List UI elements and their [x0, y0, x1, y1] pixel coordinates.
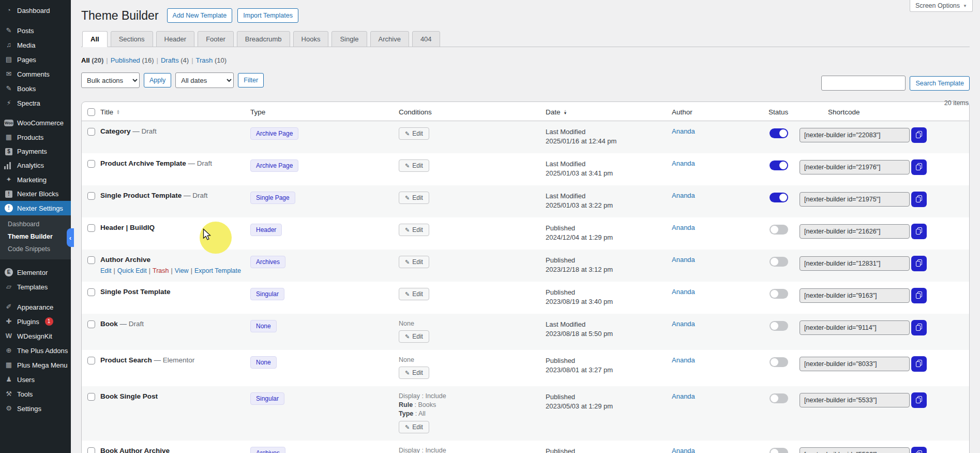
- shortcode-input[interactable]: [800, 256, 910, 271]
- sidebar-item-marketing[interactable]: ✦Marketing: [0, 172, 71, 187]
- shortcode-input[interactable]: [800, 320, 910, 335]
- template-title-link[interactable]: Single Product Template: [100, 192, 182, 199]
- sidebar-item-the-plus-addons[interactable]: ⊕The Plus Addons: [0, 343, 71, 358]
- tab-footer[interactable]: Footer: [198, 31, 234, 47]
- copy-shortcode-button[interactable]: [911, 392, 927, 408]
- select-all-checkbox[interactable]: [87, 108, 95, 116]
- author-link[interactable]: Ananda: [672, 192, 695, 199]
- filter-link-drafts[interactable]: Drafts (4): [161, 56, 189, 64]
- submenu-item-theme-builder[interactable]: Theme Builder: [0, 230, 71, 243]
- edit-conditions-button[interactable]: ✎Edit: [399, 192, 429, 204]
- shortcode-input[interactable]: [800, 192, 910, 207]
- row-action-trash[interactable]: Trash: [153, 267, 169, 274]
- sidebar-item-pages[interactable]: ▤Pages: [0, 52, 71, 67]
- copy-shortcode-button[interactable]: [911, 320, 927, 335]
- row-checkbox[interactable]: [87, 160, 95, 168]
- copy-shortcode-button[interactable]: [911, 356, 927, 372]
- shortcode-input[interactable]: [800, 447, 910, 453]
- tab-hooks[interactable]: Hooks: [293, 31, 329, 47]
- row-checkbox[interactable]: [87, 447, 95, 453]
- status-toggle[interactable]: [770, 393, 788, 403]
- template-title-link[interactable]: Author Archive: [100, 256, 150, 264]
- row-checkbox[interactable]: [87, 357, 95, 364]
- author-link[interactable]: Ananda: [672, 392, 695, 400]
- sidebar-item-posts[interactable]: ✎Posts: [0, 23, 71, 38]
- copy-shortcode-button[interactable]: [911, 159, 927, 175]
- edit-conditions-button[interactable]: ✎Edit: [399, 127, 429, 140]
- sidebar-item-books[interactable]: ✎Books: [0, 81, 71, 96]
- sidebar-item-spectra[interactable]: ⚡Spectra: [0, 96, 71, 110]
- row-checkbox[interactable]: [87, 320, 95, 328]
- template-title-link[interactable]: Book Single Post: [100, 392, 158, 400]
- column-header-title[interactable]: Title▲▼: [100, 108, 250, 116]
- sidebar-item-plugins[interactable]: ✚Plugins1: [0, 314, 71, 329]
- copy-shortcode-button[interactable]: [911, 288, 927, 303]
- shortcode-input[interactable]: [800, 393, 910, 407]
- edit-conditions-button[interactable]: ✎Edit: [399, 421, 429, 433]
- shortcode-input[interactable]: [800, 128, 910, 142]
- status-toggle[interactable]: [770, 257, 788, 267]
- import-templates-button[interactable]: Import Templates: [237, 8, 298, 23]
- author-link[interactable]: Ananda: [672, 127, 695, 135]
- tab-single[interactable]: Single: [331, 31, 367, 47]
- template-title-link[interactable]: Single Post Template: [100, 288, 171, 296]
- author-link[interactable]: Ananda: [672, 224, 695, 231]
- tab-header[interactable]: Header: [156, 31, 195, 47]
- filter-button[interactable]: Filter: [238, 73, 264, 87]
- bulk-actions-select[interactable]: Bulk actions: [81, 72, 140, 88]
- author-link[interactable]: Ananda: [672, 447, 695, 453]
- template-title-link[interactable]: Category: [100, 127, 131, 135]
- author-link[interactable]: Ananda: [672, 356, 695, 364]
- shortcode-input[interactable]: [800, 224, 910, 239]
- template-title-link[interactable]: Header | BuildIQ: [100, 224, 155, 231]
- sidebar-item-users[interactable]: ♟Users: [0, 372, 71, 387]
- tab-breadcrumb[interactable]: Breadcrumb: [237, 31, 290, 47]
- sidebar-item-appearance[interactable]: ✐Appearance: [0, 300, 71, 314]
- author-link[interactable]: Ananda: [672, 320, 695, 328]
- sidebar-item-plus-mega-menu[interactable]: ▦Plus Mega Menu: [0, 358, 71, 372]
- copy-shortcode-button[interactable]: [911, 224, 927, 239]
- edit-conditions-button[interactable]: ✎Edit: [399, 256, 429, 268]
- status-toggle[interactable]: [770, 225, 788, 235]
- row-action-quick-edit[interactable]: Quick Edit: [117, 267, 147, 274]
- row-checkbox[interactable]: [87, 288, 95, 296]
- row-checkbox[interactable]: [87, 128, 95, 136]
- edit-conditions-button[interactable]: ✎Edit: [399, 224, 429, 236]
- status-toggle[interactable]: [770, 321, 788, 331]
- template-title-link[interactable]: Book: [100, 320, 118, 328]
- dates-filter-select[interactable]: All dates: [175, 72, 234, 88]
- submenu-item-dashboard[interactable]: Dashboard: [0, 218, 71, 230]
- sidebar-item-media[interactable]: ♫Media: [0, 38, 71, 52]
- sidebar-item-nexter-blocks[interactable]: !Nexter Blocks: [0, 187, 71, 201]
- tab-archive[interactable]: Archive: [370, 31, 409, 47]
- submenu-item-code-snippets[interactable]: Code Snippets: [0, 243, 71, 255]
- status-toggle[interactable]: [770, 193, 788, 202]
- edit-conditions-button[interactable]: ✎Edit: [399, 288, 429, 300]
- sidebar-item-comments[interactable]: ✉Comments: [0, 67, 71, 81]
- sidebar-item-elementor[interactable]: EElementor: [0, 265, 71, 280]
- copy-shortcode-button[interactable]: [911, 192, 927, 207]
- sidebar-item-templates[interactable]: ▱Templates: [0, 280, 71, 294]
- filter-link-all[interactable]: All (20): [81, 56, 103, 64]
- add-new-template-button[interactable]: Add New Template: [167, 8, 233, 23]
- row-checkbox[interactable]: [87, 224, 95, 232]
- template-title-link[interactable]: Product Archive Template: [100, 159, 186, 167]
- row-action-export-template[interactable]: Export Template: [194, 267, 241, 274]
- shortcode-input[interactable]: [800, 160, 910, 174]
- row-action-edit[interactable]: Edit: [100, 267, 112, 274]
- template-title-link[interactable]: Product Search: [100, 356, 152, 364]
- sidebar-item-dashboard[interactable]: ◔Dashboard: [0, 3, 71, 18]
- shortcode-input[interactable]: [800, 357, 910, 371]
- row-checkbox[interactable]: [87, 256, 95, 264]
- search-template-button[interactable]: Search Template: [910, 76, 970, 91]
- edit-conditions-button[interactable]: ✎Edit: [399, 159, 429, 172]
- sidebar-item-payments[interactable]: $Payments: [0, 144, 71, 158]
- row-action-view[interactable]: View: [175, 267, 189, 274]
- status-toggle[interactable]: [770, 289, 788, 299]
- apply-button[interactable]: Apply: [144, 73, 171, 87]
- tab-sections[interactable]: Sections: [111, 31, 153, 47]
- tab-404[interactable]: 404: [412, 31, 440, 47]
- tab-all[interactable]: All: [82, 31, 108, 47]
- row-checkbox[interactable]: [87, 393, 95, 401]
- status-toggle[interactable]: [770, 448, 788, 453]
